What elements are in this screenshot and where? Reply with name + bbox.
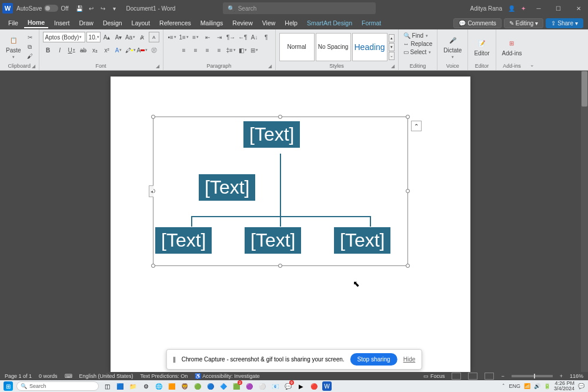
zoom-out-icon[interactable]: −	[501, 373, 504, 379]
scrollbar-thumb[interactable]	[582, 71, 587, 107]
taskbar-app-9[interactable]: 📧	[270, 381, 280, 391]
vertical-scrollbar[interactable]	[581, 71, 588, 372]
page[interactable]: ◂ ⌃ [Text] [Text] [Text] [Text] [Text] ⬉	[111, 77, 470, 372]
task-view-icon[interactable]: ◫	[102, 381, 112, 391]
style-nospacing[interactable]: No Spacing	[316, 33, 351, 61]
status-spellcheck-icon[interactable]: ⌨	[65, 373, 72, 379]
style-normal[interactable]: Normal	[279, 33, 315, 61]
taskbar-app-settings[interactable]: ⚙	[141, 381, 151, 391]
style-heading[interactable]: Heading	[352, 33, 387, 61]
taskbar-app-5[interactable]: 🟢	[193, 381, 202, 391]
collapse-ribbon-icon[interactable]: ⌄	[527, 29, 537, 70]
copy-icon[interactable]: ⧉	[25, 43, 35, 51]
clipboard-launcher-icon[interactable]: ◢	[32, 64, 35, 69]
change-case-icon[interactable]: Aa▾	[125, 32, 136, 42]
status-words[interactable]: 0 words	[39, 373, 58, 379]
editor-button[interactable]: 📝 Editor	[472, 36, 492, 58]
taskbar-app-1[interactable]: 🟦	[115, 381, 125, 391]
toast-grip-icon[interactable]: ∥	[173, 356, 176, 363]
smartart-node-1[interactable]: [Text]	[243, 121, 300, 148]
status-accessibility[interactable]: ♿ Accessibility: Investigate	[195, 373, 260, 379]
tab-review[interactable]: Review	[229, 18, 256, 28]
decrease-indent-icon[interactable]: ⇤	[202, 32, 213, 42]
shading-icon[interactable]: ◧▾	[238, 45, 248, 55]
justify-icon[interactable]: ≡	[214, 45, 225, 55]
status-predictions[interactable]: Text Predictions: On	[141, 373, 188, 379]
show-marks-icon[interactable]: ¶	[261, 32, 272, 42]
tab-mailings[interactable]: Mailings	[197, 18, 227, 28]
editing-mode-button[interactable]: ✎ Editing ▾	[504, 18, 544, 28]
close-button[interactable]: ✕	[572, 1, 586, 15]
numbering-icon[interactable]: 1≡▾	[179, 32, 189, 42]
shrink-font-icon[interactable]: A▾	[113, 32, 124, 42]
dictate-button[interactable]: 🎤 Dictate▾	[441, 33, 464, 61]
smartart-node-4[interactable]: [Text]	[244, 227, 302, 254]
taskbar-search[interactable]: 🔍Search	[16, 381, 99, 391]
font-color-icon[interactable]: A▾	[137, 45, 148, 55]
font-launcher-icon[interactable]: ◢	[156, 64, 159, 69]
start-button[interactable]: ⊞	[4, 381, 13, 391]
select-button[interactable]: ▭Select▾	[402, 48, 433, 56]
superscript-button[interactable]: x²	[102, 45, 112, 55]
align-left-icon[interactable]: ≡	[179, 45, 189, 55]
notification-icon[interactable]: ✦	[521, 5, 526, 12]
user-avatar-icon[interactable]: 👤	[508, 5, 515, 12]
redo-icon[interactable]: ↪	[97, 2, 109, 14]
phonetic-icon[interactable]: A	[149, 32, 159, 42]
view-web-icon[interactable]	[485, 373, 494, 380]
tab-file[interactable]: File	[5, 18, 22, 28]
addins-button[interactable]: ⊞ Add-ins	[500, 36, 524, 58]
highlight-icon[interactable]: 🖍▾	[125, 45, 136, 55]
taskbar-app-opera[interactable]: 🔴	[309, 381, 319, 391]
tray-battery-icon[interactable]: 🔋	[544, 383, 550, 389]
underline-button[interactable]: U▾	[66, 45, 77, 55]
taskbar-app-8[interactable]: ⚪	[258, 381, 267, 391]
paste-button[interactable]: 📋 Paste ▾	[4, 33, 24, 61]
subscript-button[interactable]: x₂	[90, 45, 101, 55]
replace-button[interactable]: ↔Replace	[402, 40, 434, 48]
zoom-level[interactable]: 116%	[570, 373, 583, 379]
taskbar-app-word[interactable]: W	[322, 381, 332, 391]
tab-references[interactable]: References	[156, 18, 195, 28]
tray-chevron-icon[interactable]: ˄	[502, 383, 505, 389]
increase-indent-icon[interactable]: ⇥	[214, 32, 225, 42]
text-pane-toggle[interactable]: ◂	[149, 185, 153, 197]
multilevel-icon[interactable]: ≡▾	[191, 32, 201, 42]
status-language[interactable]: English (United States)	[79, 373, 133, 379]
tab-draw[interactable]: Draw	[75, 18, 97, 28]
align-center-icon[interactable]: ≡	[191, 45, 201, 55]
styles-launcher-icon[interactable]: ◢	[391, 64, 395, 69]
find-button[interactable]: 🔍Find▾	[402, 32, 429, 39]
strikethrough-button[interactable]: ab	[78, 45, 89, 55]
smartart-node-2[interactable]: [Text]	[198, 174, 256, 201]
taskbar-app-11[interactable]: ▶	[296, 381, 306, 391]
stop-sharing-button[interactable]: Stop sharing	[350, 353, 397, 366]
align-right-icon[interactable]: ≡	[202, 45, 213, 55]
taskbar-app-edge[interactable]: 🔷	[219, 381, 228, 391]
tray-notifications-icon[interactable]: 💬	[578, 383, 584, 389]
line-spacing-icon[interactable]: ‡≡▾	[226, 45, 236, 55]
tab-format[interactable]: Format	[358, 18, 385, 28]
font-name-combo[interactable]: Aptos (Body)▾	[43, 32, 85, 42]
document-area[interactable]: ◂ ⌃ [Text] [Text] [Text] [Text] [Text] ⬉	[0, 71, 581, 372]
view-read-icon[interactable]	[452, 373, 461, 380]
qat-dropdown-icon[interactable]: ▾	[109, 2, 121, 14]
focus-mode-button[interactable]: ▭ Focus	[423, 373, 445, 379]
layout-options-icon[interactable]: ⌃	[411, 121, 422, 131]
bold-button[interactable]: B	[43, 45, 54, 55]
smartart-node-3[interactable]: [Text]	[155, 227, 212, 254]
tab-help[interactable]: Help	[281, 18, 301, 28]
smartart-graphic[interactable]: [Text] [Text] [Text] [Text] [Text]	[153, 117, 407, 265]
styles-gallery-scroll[interactable]: ▴▾⌄	[389, 34, 395, 60]
bullets-icon[interactable]: •≡▾	[167, 32, 178, 42]
tab-insert[interactable]: Insert	[51, 18, 73, 28]
autosave-toggle[interactable]: AutoSave Off	[16, 5, 69, 12]
taskbar-app-10[interactable]: 💬9	[283, 381, 293, 391]
text-effects-icon[interactable]: A▾	[113, 45, 124, 55]
taskbar-app-6[interactable]: 🟩2	[232, 381, 241, 391]
tray-clock[interactable]: 4:26 PM 3/4/2024	[554, 381, 574, 391]
taskbar-app-7[interactable]: 🟣	[245, 381, 254, 391]
sort-icon[interactable]: A↓	[249, 32, 260, 42]
italic-button[interactable]: I	[55, 45, 65, 55]
minimize-button[interactable]: ─	[532, 1, 546, 15]
